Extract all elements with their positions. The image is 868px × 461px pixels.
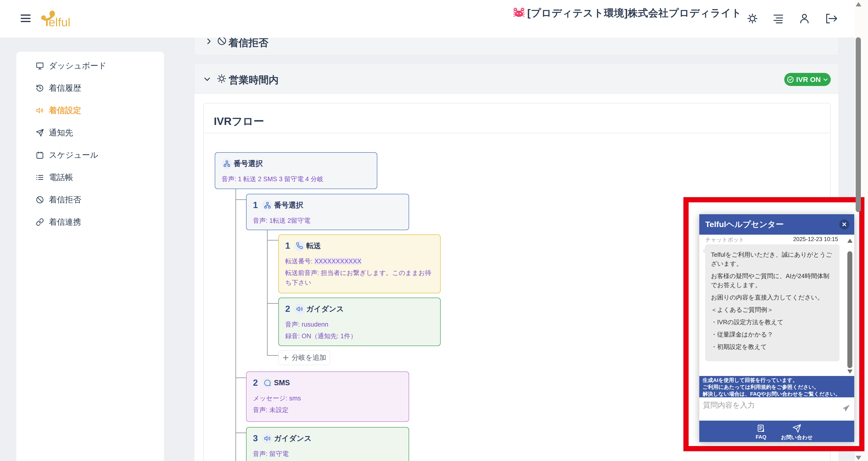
svg-text:elful: elful	[49, 16, 70, 29]
